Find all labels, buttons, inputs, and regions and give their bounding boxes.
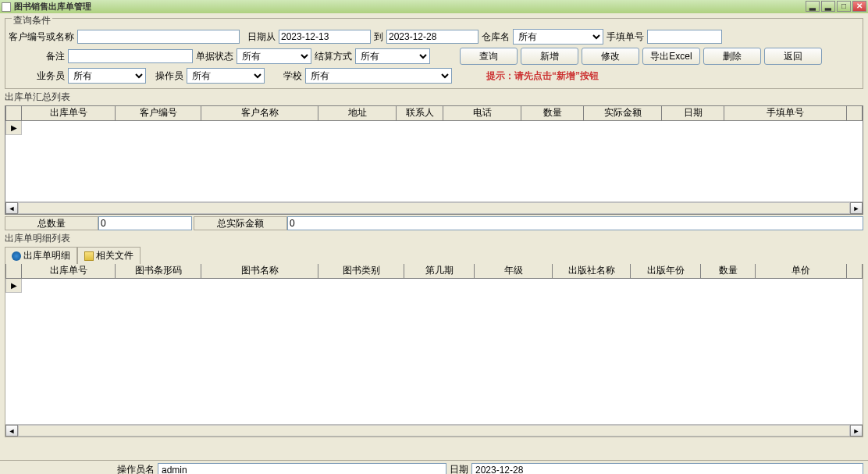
settle-label: 结算方式	[315, 50, 352, 63]
total-amt-label: 总实际金额	[194, 216, 287, 230]
summary-title: 出库单汇总列表	[5, 91, 863, 104]
total-amt-value: 0	[287, 216, 863, 230]
hscroll-track[interactable]	[18, 202, 850, 214]
app-icon	[2, 2, 11, 12]
delete-button[interactable]: 删除	[703, 48, 761, 65]
summary-col-9[interactable]: 手填单号	[724, 106, 847, 120]
status-date-label: 日期	[450, 463, 468, 474]
salesperson-label: 业务员	[37, 69, 65, 83]
detail-col-6[interactable]: 出版社名称	[553, 264, 631, 278]
scroll-right-icon[interactable]: ►	[850, 202, 863, 214]
total-qty-value: 0	[98, 216, 192, 230]
tab-files-label: 相关文件	[96, 249, 133, 262]
detail-col-7[interactable]: 出版年份	[631, 264, 701, 278]
customer-label: 客户编号或名称	[9, 30, 74, 44]
summary-col-4[interactable]: 联系人	[397, 106, 443, 120]
hint-text: 提示：请先点击“新增”按钮	[486, 69, 599, 83]
warehouse-label: 仓库名	[482, 30, 510, 44]
remark-input[interactable]	[68, 49, 193, 63]
bill-status-select[interactable]: 所有	[237, 48, 311, 64]
summary-col-3[interactable]: 地址	[318, 106, 397, 120]
customer-input[interactable]	[77, 30, 240, 44]
status-date: 2023-12-28	[471, 463, 863, 475]
warehouse-select[interactable]: 所有	[513, 29, 603, 45]
tab-detail-label: 出库单明细	[23, 249, 70, 262]
scroll-right-icon[interactable]: ►	[850, 425, 863, 437]
school-label: 学校	[283, 69, 302, 83]
detail-col-3[interactable]: 图书类别	[318, 264, 404, 278]
edit-button[interactable]: 修改	[582, 48, 639, 65]
summary-col-1[interactable]: 客户编号	[116, 106, 201, 120]
titlebar: 图书销售出库单管理 ▂ ▂ □ ✕	[0, 0, 868, 13]
detail-table: 出库单号 图书条形码 图书名称 图书类别 第几期 年级 出版社名称 出版年份 数…	[5, 264, 863, 293]
school-select[interactable]: 所有	[305, 68, 452, 84]
tab-detail[interactable]: 出库单明细	[5, 247, 77, 264]
date-to-input[interactable]	[386, 30, 478, 44]
minimize-button-1[interactable]: ▂	[806, 1, 820, 12]
tab-files[interactable]: 相关文件	[77, 247, 141, 264]
window-title: 图书销售出库单管理	[14, 1, 91, 12]
detail-tabs: 出库单明细 相关文件	[5, 247, 863, 264]
detail-title: 出库单明细列表	[5, 232, 863, 245]
status-operator: admin	[158, 463, 446, 475]
add-button[interactable]: 新增	[521, 48, 578, 65]
detail-col-2[interactable]: 图书名称	[201, 264, 318, 278]
date-from-label: 日期从	[247, 30, 276, 44]
scroll-left-icon[interactable]: ◄	[5, 202, 18, 214]
globe-icon	[12, 251, 21, 261]
salesperson-select[interactable]: 所有	[68, 68, 146, 84]
document-icon	[84, 251, 94, 261]
status-operator-label: 操作员名	[117, 463, 155, 474]
operator-label: 操作员	[155, 69, 183, 83]
summary-col-7[interactable]: 实际金额	[584, 106, 662, 120]
summary-table: 出库单号 客户编号 客户名称 地址 联系人 电话 数量 实际金额 日期 手填单号…	[5, 106, 863, 135]
query-group: 查询条件 客户编号或名称 日期从 到 仓库名 所有 手填单号 备注	[5, 18, 863, 89]
row-pointer-icon: ▶	[6, 278, 22, 292]
detail-col-9[interactable]: 单价	[756, 264, 847, 278]
detail-col-8[interactable]: 数量	[701, 264, 756, 278]
query-group-title: 查询条件	[12, 14, 52, 27]
summary-col-8[interactable]: 日期	[662, 106, 724, 120]
close-button[interactable]: ✕	[852, 1, 866, 12]
total-qty-label: 总数量	[5, 216, 98, 230]
detail-col-5[interactable]: 年级	[475, 264, 553, 278]
settle-select[interactable]: 所有	[355, 48, 430, 64]
manual-no-label: 手填单号	[607, 30, 644, 44]
summary-col-0[interactable]: 出库单号	[22, 106, 116, 120]
bill-status-label: 单据状态	[196, 50, 233, 63]
date-to-label: 到	[374, 30, 383, 44]
export-button[interactable]: 导出Excel	[642, 48, 700, 65]
summary-col-2[interactable]: 客户名称	[201, 106, 318, 120]
remark-label: 备注	[46, 50, 65, 63]
hscroll-track[interactable]	[18, 425, 850, 437]
summary-col-5[interactable]: 电话	[443, 106, 521, 120]
manual-no-input[interactable]	[647, 30, 722, 44]
maximize-button[interactable]: □	[837, 1, 851, 12]
detail-col-1[interactable]: 图书条形码	[116, 264, 201, 278]
statusbar: 操作员名 admin 日期 2023-12-28	[0, 460, 868, 474]
back-button[interactable]: 返回	[764, 48, 822, 65]
detail-col-4[interactable]: 第几期	[404, 264, 475, 278]
detail-col-0[interactable]: 出库单号	[22, 264, 116, 278]
operator-select[interactable]: 所有	[187, 68, 265, 84]
summary-col-6[interactable]: 数量	[521, 106, 584, 120]
query-button[interactable]: 查询	[460, 48, 518, 65]
minimize-button-2[interactable]: ▂	[821, 1, 835, 12]
row-pointer-icon: ▶	[6, 120, 22, 134]
summary-grid: 出库单号 客户编号 客户名称 地址 联系人 电话 数量 实际金额 日期 手填单号…	[5, 105, 863, 215]
date-from-input[interactable]	[279, 30, 371, 44]
scroll-left-icon[interactable]: ◄	[5, 425, 18, 437]
